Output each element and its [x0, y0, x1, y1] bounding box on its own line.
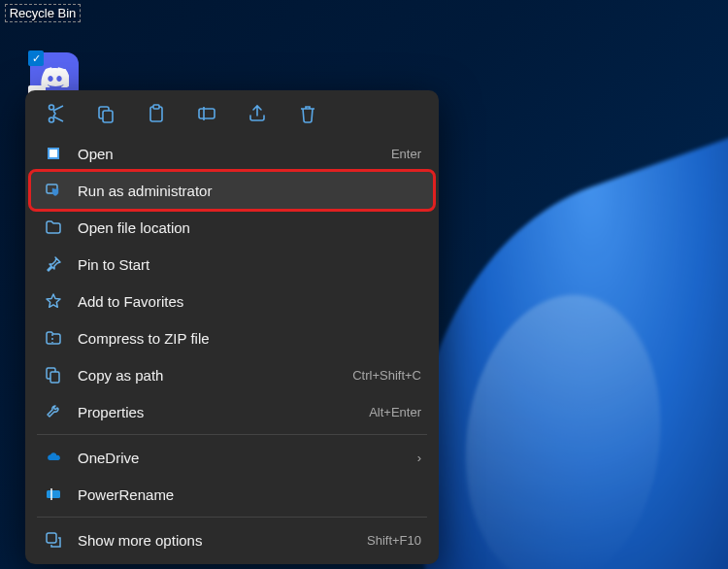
menu-item-run-as-admin[interactable]: Run as administrator	[31, 172, 433, 209]
copy-button[interactable]	[91, 102, 120, 125]
copy-icon	[96, 104, 116, 123]
menu-shortcut: Enter	[391, 147, 421, 161]
menu-label: Copy as path	[78, 367, 352, 384]
menu-label: Show more options	[78, 532, 367, 549]
menu-item-open[interactable]: Open Enter	[31, 135, 433, 172]
menu-label: Properties	[78, 404, 369, 420]
menu-label: OneDrive	[78, 450, 410, 466]
menu-shortcut: Shift+F10	[367, 533, 421, 548]
menu-shortcut: Ctrl+Shift+C	[352, 368, 421, 383]
menu-separator	[37, 517, 427, 518]
powerrename-icon	[43, 485, 64, 504]
copy-path-icon	[43, 365, 64, 385]
share-button[interactable]	[243, 102, 272, 125]
svg-rect-11	[47, 533, 56, 543]
context-menu-toolbar	[31, 96, 433, 135]
menu-label: PowerRename	[78, 486, 421, 503]
svg-rect-9	[50, 372, 59, 383]
share-icon	[248, 104, 267, 123]
trash-icon	[298, 104, 317, 123]
zip-icon	[43, 328, 64, 348]
paste-button[interactable]	[142, 102, 171, 125]
menu-label: Open	[78, 146, 391, 162]
desktop-icon-recycle-bin[interactable]: Recycle Bin	[4, 0, 82, 22]
pin-icon	[43, 254, 64, 274]
delete-button[interactable]	[293, 102, 322, 125]
svg-rect-6	[50, 150, 57, 157]
menu-separator	[37, 434, 427, 435]
more-options-icon	[43, 530, 64, 550]
selection-check-icon: ✓	[28, 50, 44, 66]
menu-item-powerrename[interactable]: PowerRename	[31, 476, 433, 513]
menu-item-open-file-location[interactable]: Open file location	[31, 209, 433, 246]
menu-shortcut: Alt+Enter	[369, 405, 421, 419]
menu-label: Run as administrator	[78, 183, 421, 199]
cut-button[interactable]	[41, 102, 70, 125]
menu-item-onedrive[interactable]: OneDrive ›	[31, 439, 433, 476]
menu-item-pin-to-start[interactable]: Pin to Start	[31, 246, 433, 283]
scissors-icon	[46, 104, 65, 123]
menu-item-add-favorites[interactable]: Add to Favorites	[31, 283, 433, 319]
menu-item-show-more[interactable]: Show more options Shift+F10	[31, 521, 433, 558]
menu-label: Add to Favorites	[78, 293, 421, 310]
onedrive-icon	[43, 448, 64, 467]
context-menu-list: Open Enter Run as administrator Open fil…	[31, 135, 433, 558]
svg-rect-1	[103, 111, 113, 122]
shield-icon	[43, 181, 64, 200]
svg-rect-4	[199, 109, 215, 118]
menu-item-properties[interactable]: Properties Alt+Enter	[31, 393, 433, 430]
clipboard-icon	[147, 104, 166, 123]
recycle-bin-label: Recycle Bin	[5, 4, 82, 22]
rename-button[interactable]	[192, 102, 221, 125]
star-icon	[43, 291, 64, 311]
svg-rect-10	[47, 490, 60, 498]
wallpaper-decoration	[397, 118, 728, 569]
chevron-right-icon: ›	[417, 451, 421, 465]
wrench-icon	[43, 402, 64, 421]
menu-label: Open file location	[78, 219, 421, 236]
rename-icon	[197, 104, 216, 123]
context-menu: Open Enter Run as administrator Open fil…	[25, 90, 439, 564]
folder-icon	[43, 218, 64, 237]
svg-rect-3	[153, 105, 159, 109]
menu-item-copy-path[interactable]: Copy as path Ctrl+Shift+C	[31, 356, 433, 393]
menu-label: Pin to Start	[78, 256, 421, 273]
menu-label: Compress to ZIP file	[78, 330, 421, 347]
app-icon	[43, 144, 64, 163]
discord-logo-icon	[40, 66, 69, 87]
menu-item-compress-zip[interactable]: Compress to ZIP file	[31, 319, 433, 356]
